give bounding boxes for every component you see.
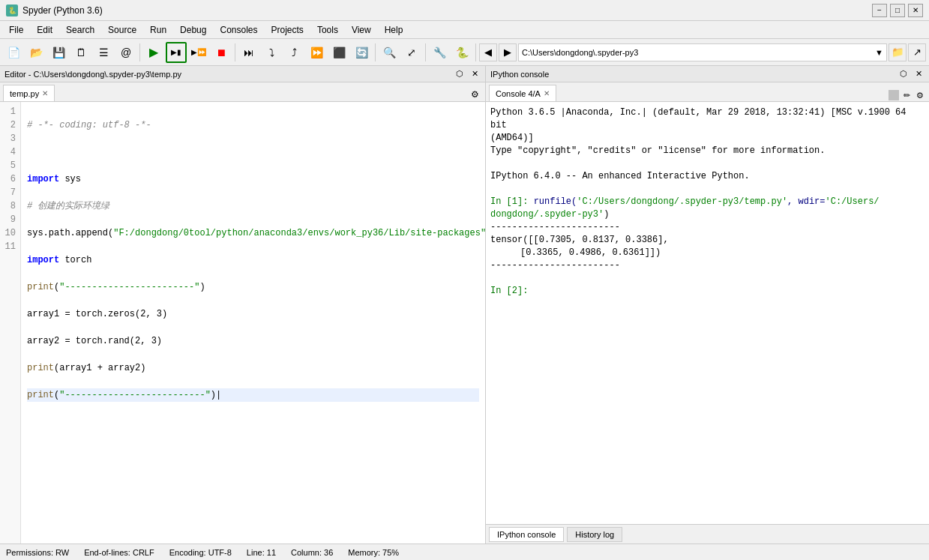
menu-run[interactable]: Run (144, 22, 172, 38)
status-line: Line: 11 (247, 548, 276, 557)
run-btn[interactable]: ▶ (143, 42, 164, 63)
settings-btn[interactable]: 🔧 (429, 42, 450, 63)
editor-tab-close[interactable]: ✕ (42, 89, 48, 97)
editor-tab-settings[interactable]: ⚙ (467, 88, 482, 101)
menu-search[interactable]: Search (60, 22, 100, 38)
code-line-3: import sys (27, 172, 479, 186)
save-btn[interactable]: 💾 (48, 42, 69, 63)
menu-consoles[interactable]: Consoles (214, 22, 263, 38)
list-btn[interactable]: ☰ (93, 42, 114, 63)
status-memory: Memory: 75% (348, 548, 399, 557)
menu-source[interactable]: Source (102, 22, 142, 38)
at-btn[interactable]: @ (115, 42, 136, 63)
console-interrupt-icon[interactable] (889, 90, 899, 100)
sep1 (139, 43, 140, 61)
line-num-9: 9 (3, 213, 16, 226)
title-bar: 🐍 Spyder (Python 3.6) − □ ✕ (0, 0, 929, 21)
editor-header-icons: ⬡ ✕ (454, 68, 481, 80)
console-tab[interactable]: Console 4/A ✕ (489, 85, 556, 101)
menu-edit[interactable]: Edit (31, 22, 58, 38)
line-num-4: 4 (3, 145, 16, 159)
line-num-11: 11 (3, 240, 16, 253)
code-line-10: print(array1 + array2) (27, 361, 479, 375)
console-line-5: IPython 6.4.0 -- An enhanced Interactive… (490, 171, 750, 181)
code-editor[interactable]: 1 2 3 4 5 6 7 8 9 10 11 # -*- coding: ut… (0, 102, 485, 544)
new-file-btn[interactable]: 📄 (3, 42, 24, 63)
history-log-tab-btn[interactable]: History log (567, 527, 622, 542)
nav-forward-btn[interactable]: ▶ (499, 43, 517, 61)
code-line-8: array1 = torch.zeros(2, 3) (27, 307, 479, 321)
console-close-icon[interactable]: ✕ (913, 68, 925, 80)
editor-tab-temp[interactable]: temp.py ✕ (3, 85, 55, 101)
line-num-10: 10 (3, 226, 16, 240)
console-bottom-tabs: IPython console History log (486, 524, 929, 544)
editor-tabs: temp.py ✕ ⚙ (0, 82, 485, 102)
editor-close-icon[interactable]: ✕ (469, 68, 481, 80)
debug-step-in-btn[interactable]: ⤵ (261, 42, 282, 63)
menu-view[interactable]: View (346, 22, 377, 38)
maximize-btn[interactable]: □ (890, 4, 905, 17)
stop-btn[interactable]: ⏹ (211, 42, 232, 63)
console-tab-close[interactable]: ✕ (544, 89, 550, 97)
console-line-14: In [2]: (490, 286, 528, 296)
nav-back-btn[interactable]: ◀ (479, 43, 497, 61)
editor-panel: Editor - C:\Users\dongdong\.spyder-py3\t… (0, 66, 486, 544)
sep2 (235, 43, 235, 61)
console-tab-icons: ✏ ⚙ (889, 89, 926, 101)
minimize-btn[interactable]: − (872, 4, 887, 17)
status-column: Column: 36 (291, 548, 333, 557)
console-line-7: In [1]: runfile('C:/Users/dongdong/.spyd… (490, 196, 880, 207)
console-undock-icon[interactable]: ⬡ (898, 68, 910, 80)
menu-projects[interactable]: Projects (265, 22, 310, 38)
browse-btn[interactable]: 📁 (889, 43, 907, 61)
debug-stop-btn[interactable]: ⬛ (328, 42, 349, 63)
run-cell-btn[interactable]: ▶▮ (166, 42, 187, 63)
console-panel: IPython console ⬡ ✕ Console 4/A ✕ ✏ ⚙ Py… (486, 66, 929, 544)
open-file-btn[interactable]: 📂 (25, 42, 46, 63)
code-line-4: # 创建的实际环境绿 (27, 199, 479, 213)
console-edit-icon[interactable]: ✏ (901, 89, 913, 101)
line-num-2: 2 (3, 118, 16, 132)
code-content[interactable]: # -*- coding: utf-8 -*- import sys # 创建的… (21, 102, 485, 544)
toolbar: 📄 📂 💾 🗒 ☰ @ ▶ ▶▮ ▶⏩ ⏹ ⏭ ⤵ ⤴ ⏩ ⬛ 🔄 🔍 ⤢ 🔧 … (0, 39, 929, 66)
app-icon: 🐍 (6, 4, 18, 16)
console-tab-label: Console 4/A (496, 89, 541, 98)
line-num-6: 6 (3, 172, 16, 186)
menu-help[interactable]: Help (379, 22, 409, 38)
console-title: IPython console (490, 70, 549, 79)
path-bar[interactable]: C:\Users\dongdong\.spyder-py3 ▼ (518, 43, 887, 61)
find-btn[interactable]: 🔍 (379, 42, 400, 63)
debug-step-out-btn[interactable]: ⤴ (283, 42, 304, 63)
debug-start-btn[interactable]: ⏭ (238, 42, 259, 63)
code-line-5: sys.path.append("F:/dongdong/0tool/pytho… (27, 226, 479, 240)
editor-undock-icon[interactable]: ⬡ (454, 68, 466, 80)
console-settings-icon[interactable]: ⚙ (914, 89, 926, 101)
reload-btn[interactable]: 🔄 (351, 42, 372, 63)
save-all-btn[interactable]: 🗒 (70, 42, 91, 63)
menu-file[interactable]: File (3, 22, 29, 38)
ipython-console-tab-btn[interactable]: IPython console (489, 527, 564, 542)
python-btn[interactable]: 🐍 (451, 42, 472, 63)
menu-tools[interactable]: Tools (311, 22, 344, 38)
sep5 (475, 43, 476, 61)
debug-continue-btn[interactable]: ⏩ (306, 42, 327, 63)
code-line-11: print("--------------------------")| (27, 388, 479, 402)
path-action-btn[interactable]: ↗ (908, 43, 926, 61)
status-encoding: Encoding: UTF-8 (169, 548, 232, 557)
console-output[interactable]: Python 3.6.5 |Anaconda, Inc.| (default, … (486, 102, 929, 524)
path-dropdown-icon[interactable]: ▼ (875, 48, 883, 57)
close-btn[interactable]: ✕ (908, 4, 923, 17)
editor-header: Editor - C:\Users\dongdong\.spyder-py3\t… (0, 66, 485, 82)
console-header-icons: ⬡ ✕ (898, 68, 925, 80)
code-line-7: print("------------------------") (27, 280, 479, 294)
window-controls[interactable]: − □ ✕ (872, 4, 923, 17)
maximize-pane-btn[interactable]: ⤢ (401, 42, 422, 63)
code-line-6: import torch (27, 253, 479, 267)
status-permissions: Permissions: RW (6, 548, 69, 557)
console-line-11: [0.3365, 0.4986, 0.6361]]) (490, 247, 661, 258)
line-num-5: 5 (3, 159, 16, 172)
editor-title: Editor - C:\Users\dongdong\.spyder-py3\t… (4, 70, 181, 79)
run-cell-advance-btn[interactable]: ▶⏩ (188, 42, 209, 63)
sep4 (425, 43, 426, 61)
menu-debug[interactable]: Debug (174, 22, 212, 38)
